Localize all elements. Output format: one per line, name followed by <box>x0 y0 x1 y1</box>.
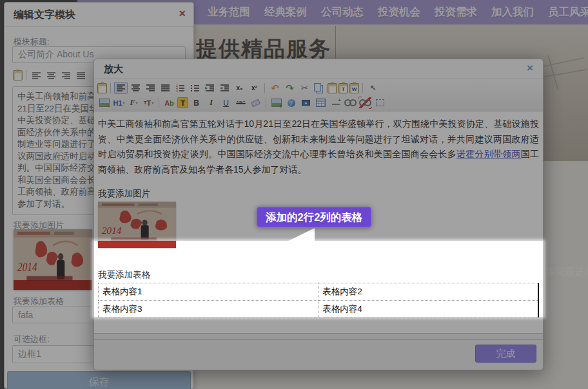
align-left-icon[interactable] <box>114 82 128 94</box>
toolbar-separator <box>159 98 159 108</box>
nav-item[interactable]: 业务范围 <box>208 5 250 19</box>
font-family-icon[interactable]: F <box>127 97 141 109</box>
table-cell[interactable]: 表格内容3 <box>99 301 318 318</box>
outdent-icon[interactable] <box>218 82 231 94</box>
align-center-icon[interactable] <box>44 70 58 82</box>
insert-hr-icon[interactable] <box>329 97 342 109</box>
strike-icon[interactable]: ABC <box>234 97 248 109</box>
border-select-label: 可选边框: <box>14 334 50 345</box>
link-icon[interactable] <box>344 97 357 109</box>
align-justify-icon[interactable] <box>159 82 172 94</box>
modal-close-icon[interactable]: × <box>527 62 533 75</box>
table-icon[interactable] <box>314 97 328 109</box>
modal-footer: 完成 <box>94 339 543 370</box>
underlying-text-fragment: 等问题进行了 <box>545 266 588 278</box>
svg-text:2014: 2014 <box>17 261 37 274</box>
underline-icon[interactable]: U <box>219 97 233 109</box>
hero-decoration <box>335 26 336 61</box>
save-button[interactable]: 保存 <box>7 371 191 389</box>
text-color-icon[interactable]: Ab <box>162 97 176 109</box>
video-icon[interactable] <box>299 97 313 109</box>
italic-icon[interactable]: I <box>204 97 218 109</box>
flash-icon[interactable] <box>284 97 298 109</box>
panel-titlebar: 编辑文字模块 × <box>5 3 193 27</box>
table-row: 表格内容1表格内容2 <box>99 283 539 301</box>
align-justify-icon[interactable] <box>74 70 88 82</box>
redo-icon[interactable]: ↷ <box>283 82 297 94</box>
modal-title: 放大 <box>104 63 123 75</box>
toolbar-row-2: H1FTTAbTBIUABC <box>97 95 540 110</box>
align-right-icon[interactable] <box>144 82 157 94</box>
subscript-icon[interactable]: x₂ <box>233 82 246 94</box>
copy-icon[interactable] <box>313 82 326 94</box>
align-center-icon[interactable] <box>129 82 142 94</box>
select-cursor-icon[interactable]: ↖ <box>366 82 380 94</box>
superscript-icon[interactable]: x² <box>248 82 261 94</box>
font-size-icon[interactable]: TT <box>142 97 155 109</box>
toolbar-separator <box>266 98 266 108</box>
tour-tooltip: 添加的2行2列的表格 <box>257 207 371 227</box>
undo-icon[interactable]: ↶ <box>268 82 282 94</box>
align-right-icon[interactable] <box>59 70 73 82</box>
eraser-icon[interactable] <box>249 97 262 109</box>
table-row: 表格内容3表格内容4 <box>99 301 539 318</box>
toolbar-separator <box>264 83 265 93</box>
bg-color-icon[interactable]: T <box>177 97 188 108</box>
nav-item[interactable]: 员工风采 <box>548 5 588 19</box>
add-table-label: 我要添加表格 <box>98 269 539 281</box>
table-cell[interactable]: 表格内容1 <box>99 283 318 301</box>
heading-icon[interactable]: H1 <box>112 97 126 109</box>
unlink-icon[interactable] <box>358 97 372 109</box>
event-photo-thumbnail[interactable]: 2014 <box>14 229 92 290</box>
cut-icon[interactable]: ✂ <box>298 82 311 94</box>
editor-toolbar: x₂x²↶↷✂TW↖ H1FTTAbTBIUABC <box>94 79 543 111</box>
paste-word-icon[interactable]: W <box>349 83 359 93</box>
table-cell[interactable]: 表格内容4 <box>318 301 538 318</box>
event-photo[interactable]: 2014 <box>98 202 176 248</box>
nav-item[interactable]: 经典案例 <box>264 5 307 19</box>
toolbar-separator <box>26 70 26 81</box>
align-left-icon[interactable] <box>30 70 43 82</box>
editor-paragraph: 中美工商领袖和前高官第五轮对话于10月21日至22日在美国华盛顿举行，双方围绕中… <box>98 117 539 177</box>
paste-icon[interactable] <box>328 83 337 93</box>
nav-item[interactable]: 加入我们 <box>491 5 534 19</box>
toolbar-separator <box>362 83 363 93</box>
insert-image-icon[interactable] <box>270 97 283 109</box>
unordered-list-icon[interactable] <box>188 82 202 94</box>
panel-close-icon[interactable]: × <box>179 7 186 21</box>
content-table[interactable]: 表格内容1表格内容2表格内容3表格内容4 <box>98 283 539 318</box>
toolbar-row-1: x₂x²↶↷✂TW↖ <box>97 81 540 95</box>
modal-header: 放大 × <box>94 59 543 79</box>
table-cell[interactable]: 表格内容2 <box>318 283 538 301</box>
svg-text:2014: 2014 <box>102 225 122 236</box>
done-button[interactable]: 完成 <box>475 345 536 363</box>
clipboard-icon[interactable] <box>13 70 23 81</box>
paragraph-link[interactable]: 诺霍分别带领两 <box>456 149 521 159</box>
add-table-label: 我要添加表格 <box>14 296 64 307</box>
nav-item[interactable]: 投资需求 <box>435 5 477 19</box>
clipboard-icon[interactable] <box>97 83 107 93</box>
bold-icon[interactable]: B <box>190 97 203 109</box>
nav-item[interactable]: 公司动态 <box>321 5 364 19</box>
indent-icon[interactable] <box>203 82 217 94</box>
paste-text-icon[interactable]: T <box>338 83 348 93</box>
add-image-label: 我要添加图片 <box>98 188 539 200</box>
nav-item[interactable]: 投资机会 <box>378 5 420 19</box>
panel-title: 编辑文字模块 <box>14 8 75 22</box>
media-edit-icon[interactable] <box>97 97 111 109</box>
toolbar-separator <box>110 83 111 93</box>
ordered-list-icon[interactable] <box>173 82 187 94</box>
fullscreen-icon[interactable] <box>373 97 387 109</box>
